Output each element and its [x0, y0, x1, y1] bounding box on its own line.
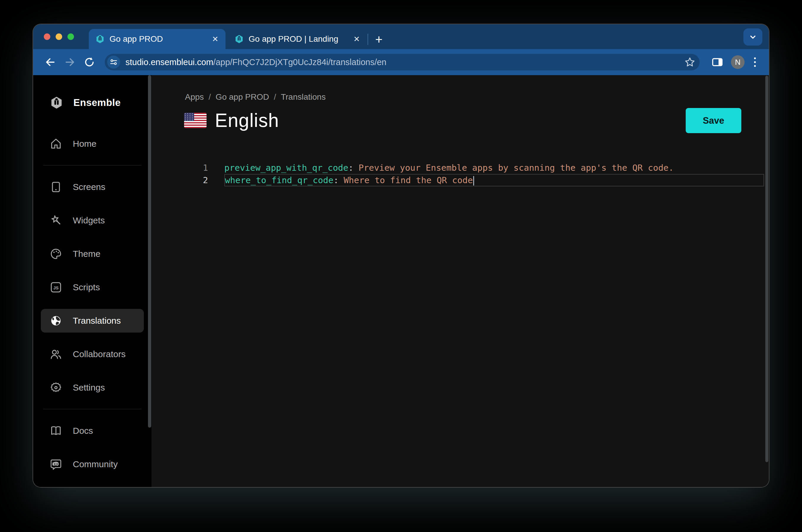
translations-editor[interactable]: 1 preview_app_with_qr_code:Preview your …: [152, 162, 769, 186]
tab-search-button[interactable]: [743, 28, 762, 45]
editor-line-1[interactable]: 1 preview_app_with_qr_code:Preview your …: [152, 162, 769, 174]
sidebar-divider: [43, 409, 141, 409]
yaml-value: Where to find the QR code: [339, 175, 473, 185]
ensemble-logo-icon: [50, 96, 63, 110]
tune-icon: [110, 58, 118, 66]
globe-icon: [50, 315, 62, 327]
forward-button[interactable]: [61, 54, 78, 71]
sidebar-item-label: Screens: [73, 182, 106, 192]
browser-menu-button[interactable]: [750, 54, 760, 70]
url-path: /app/FhQC7J2DjXTg0UcJz84i/translations/e…: [213, 57, 386, 67]
close-tab-icon[interactable]: ✕: [352, 34, 361, 44]
tab-strip: Go app PROD ✕ Go app PROD | Landing ✕ +: [33, 24, 769, 49]
sidebar-item-theme[interactable]: Theme: [41, 242, 144, 266]
bookmark-star-icon[interactable]: [684, 57, 695, 68]
collaborators-icon: [50, 348, 62, 360]
yaml-value: Preview your Ensemble apps by scanning t…: [354, 163, 674, 173]
screens-icon: [50, 181, 62, 193]
traffic-lights: [44, 24, 74, 49]
sidebar-item-settings[interactable]: Settings: [41, 376, 144, 399]
sidebar-item-translations[interactable]: Translations: [41, 309, 144, 332]
app-body: Ensemble Home Screens: [33, 75, 769, 487]
browser-toolbar: studio.ensembleui.com/app/FhQC7J2DjXTg0U…: [33, 49, 769, 75]
sidebar-item-label: Docs: [73, 426, 93, 436]
page-title-row: English: [184, 110, 279, 131]
yaml-key: where_to_find_qr_code: [225, 175, 333, 185]
tab-title: Go app PROD | Landing: [249, 34, 347, 44]
line-content[interactable]: preview_app_with_qr_code:Preview your En…: [224, 162, 769, 174]
brand: Ensemble: [50, 94, 152, 112]
url-text: studio.ensembleui.com/app/FhQC7J2DjXTg0U…: [126, 57, 684, 67]
close-window-button[interactable]: [44, 34, 50, 40]
sidebar-item-scripts[interactable]: JS Scripts: [41, 276, 144, 299]
breadcrumb: Apps / Go app PROD / Translations: [185, 92, 326, 102]
address-bar[interactable]: studio.ensembleui.com/app/FhQC7J2DjXTg0U…: [105, 54, 700, 71]
new-tab-button[interactable]: +: [372, 33, 386, 47]
side-panel-button[interactable]: [709, 54, 726, 71]
main-content: Apps / Go app PROD / Translations Englis…: [152, 75, 769, 487]
forward-arrow-icon: [64, 56, 76, 68]
site-settings-button[interactable]: [107, 56, 120, 69]
sidebar-item-label: Settings: [73, 383, 105, 393]
sidebar-item-collaborators[interactable]: Collaborators: [41, 342, 144, 366]
close-tab-icon[interactable]: ✕: [211, 34, 219, 44]
profile-avatar[interactable]: N: [731, 55, 745, 69]
back-arrow-icon: [44, 56, 56, 68]
theme-icon: [50, 248, 62, 260]
browser-window: Go app PROD ✕ Go app PROD | Landing ✕ +: [33, 24, 769, 487]
book-icon: [50, 424, 62, 437]
editor-line-2-active[interactable]: 2 where_to_find_qr_code:Where to find th…: [152, 174, 769, 186]
ensemble-favicon-icon: [234, 34, 244, 44]
sidebar-item-label: Collaborators: [73, 349, 126, 359]
widgets-icon: [50, 214, 62, 227]
sidebar-item-label: Widgets: [73, 215, 105, 226]
sidebar-item-docs[interactable]: Docs: [41, 419, 144, 443]
discord-icon: [50, 458, 62, 471]
line-number: 1: [152, 162, 224, 174]
text-cursor: [473, 176, 474, 186]
zoom-window-button[interactable]: [68, 34, 74, 40]
yaml-colon: :: [348, 163, 354, 173]
gear-icon: [50, 381, 62, 394]
reload-icon: [83, 56, 95, 68]
line-number: 2: [152, 174, 224, 186]
brand-name: Ensemble: [73, 97, 121, 108]
us-flag-icon: [184, 113, 207, 128]
scripts-icon: JS: [50, 281, 62, 293]
sidebar-item-label: Theme: [73, 249, 100, 259]
main-scrollbar[interactable]: [765, 76, 768, 462]
sidebar-item-label: Community: [73, 459, 118, 469]
minimize-window-button[interactable]: [56, 34, 62, 40]
breadcrumb-apps[interactable]: Apps: [185, 92, 204, 102]
url-domain: studio.ensembleui.com: [126, 57, 213, 67]
page-title: English: [215, 110, 279, 131]
sidebar-item-label: Scripts: [73, 282, 100, 292]
tab-separator: [367, 34, 368, 45]
sidebar-scrollbar[interactable]: [148, 75, 151, 428]
breadcrumb-app[interactable]: Go app PROD: [216, 92, 269, 102]
side-panel-icon: [711, 56, 724, 68]
sidebar-item-home[interactable]: Home: [41, 132, 144, 156]
sidebar: Ensemble Home Screens: [33, 75, 152, 487]
breadcrumb-separator: /: [274, 92, 276, 102]
ensemble-favicon-icon: [95, 34, 105, 44]
save-button[interactable]: Save: [686, 108, 741, 133]
sidebar-item-community[interactable]: Community: [41, 452, 144, 476]
yaml-colon: :: [333, 175, 339, 185]
tab-go-app-prod-landing[interactable]: Go app PROD | Landing ✕: [228, 29, 367, 49]
sidebar-item-screens[interactable]: Screens: [41, 175, 144, 199]
tab-title: Go app PROD: [110, 34, 206, 44]
reload-button[interactable]: [81, 54, 98, 71]
line-content[interactable]: where_to_find_qr_code:Where to find the …: [224, 174, 764, 186]
tab-go-app-prod[interactable]: Go app PROD ✕: [89, 29, 226, 49]
svg-text:JS: JS: [53, 286, 59, 290]
home-icon: [50, 138, 62, 150]
sidebar-item-widgets[interactable]: Widgets: [41, 209, 144, 232]
sidebar-item-label: Home: [73, 139, 96, 149]
sidebar-item-label: Translations: [73, 316, 121, 326]
breadcrumb-translations[interactable]: Translations: [281, 92, 326, 102]
back-button[interactable]: [42, 54, 59, 71]
chevron-down-icon: [748, 33, 757, 41]
yaml-key: preview_app_with_qr_code: [224, 163, 348, 173]
breadcrumb-separator: /: [209, 92, 211, 102]
